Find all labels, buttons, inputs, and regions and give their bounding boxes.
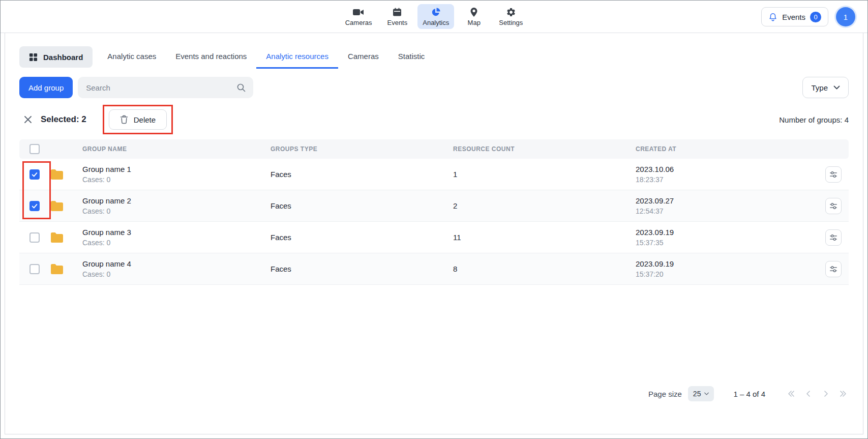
next-page-button[interactable]: [820, 388, 831, 399]
nav-item-analytics[interactable]: Analytics: [417, 4, 454, 29]
search-icon: [236, 82, 246, 93]
column-header-resource-count: RESOURCE COUNT: [453, 145, 636, 153]
last-page-button[interactable]: [837, 388, 849, 399]
created-date: 2023.09.19: [636, 258, 818, 270]
tune-icon: [829, 170, 838, 179]
tab-label: Analytic cases: [107, 52, 156, 61]
tab-label: Cameras: [348, 52, 379, 61]
nav-item-events[interactable]: Events: [382, 4, 412, 29]
avatar[interactable]: 1: [836, 7, 855, 26]
row-checkbox[interactable]: [29, 169, 40, 180]
events-count-badge: 0: [810, 12, 821, 22]
search-input[interactable]: [78, 77, 253, 98]
tab-statistic[interactable]: Statistic: [388, 45, 435, 69]
table-header-row: GROUP NAME GROUPS TYPE RESOURCE COUNT CR…: [19, 139, 849, 159]
resource-count: 1: [453, 170, 636, 179]
row-checkbox[interactable]: [29, 232, 40, 243]
tab-events-and-reactions[interactable]: Events and reactions: [166, 45, 256, 69]
first-page-button[interactable]: [786, 388, 797, 399]
select-all-checkbox[interactable]: [29, 144, 40, 154]
column-header-groups-type: GROUPS TYPE: [271, 145, 453, 153]
clear-selection-button[interactable]: [22, 114, 34, 125]
type-filter-dropdown[interactable]: Type: [802, 77, 849, 98]
top-bar: Cameras Events Analytics Map: [1, 1, 867, 33]
tune-icon: [829, 265, 838, 274]
nav-item-map[interactable]: Map: [459, 4, 489, 29]
nav-item-cameras[interactable]: Cameras: [340, 4, 377, 29]
previous-page-button[interactable]: [803, 388, 814, 399]
row-settings-button[interactable]: [825, 229, 842, 246]
folder-icon: [50, 231, 82, 244]
group-name: Group name 2: [82, 195, 271, 207]
row-checkbox[interactable]: [29, 201, 40, 211]
delete-button-label: Delete: [134, 115, 156, 124]
close-icon: [24, 116, 32, 123]
group-type: Faces: [271, 265, 453, 273]
selected-count-label: Selected: 2: [41, 114, 86, 125]
table-row[interactable]: Group name 3 Cases: 0 Faces 11 2023.09.1…: [19, 222, 849, 253]
tab-analytic-cases[interactable]: Analytic cases: [98, 45, 166, 69]
tab-analytic-resources[interactable]: Analytic resources: [256, 45, 338, 69]
dashboard-button-label: Dashboard: [43, 53, 83, 62]
table-row[interactable]: Group name 4 Cases: 0 Faces 8 2023.09.19…: [19, 253, 849, 285]
search-box: [78, 77, 253, 98]
nav-label: Settings: [499, 19, 523, 26]
row-settings-button[interactable]: [825, 198, 842, 214]
tab-label: Analytic resources: [266, 52, 328, 61]
dashboard-button[interactable]: Dashboard: [19, 46, 93, 68]
gear-icon: [506, 7, 516, 17]
pager-controls: [786, 388, 849, 399]
nav-label: Analytics: [423, 19, 449, 26]
tab-cameras[interactable]: Cameras: [338, 45, 388, 69]
group-type: Faces: [271, 170, 453, 179]
created-time: 15:37:35: [636, 238, 818, 248]
table-body: Group name 1 Cases: 0 Faces 1 2023.10.06…: [19, 159, 849, 285]
group-cases: Cases: 0: [82, 207, 271, 217]
type-filter-label: Type: [811, 83, 828, 92]
add-group-button[interactable]: Add group: [19, 77, 73, 98]
table-row[interactable]: Group name 1 Cases: 0 Faces 1 2023.10.06…: [19, 159, 849, 190]
delete-button-wrap: Delete: [103, 105, 173, 134]
delete-button[interactable]: Delete: [109, 109, 167, 130]
created-time: 12:54:37: [636, 207, 818, 217]
created-time: 18:23:37: [636, 175, 818, 185]
group-cases: Cases: 0: [82, 270, 271, 280]
chevron-down-icon: [704, 392, 709, 395]
folder-icon: [50, 168, 82, 181]
section-tabs: Analytic cases Events and reactions Anal…: [98, 45, 434, 69]
events-button-label: Events: [782, 13, 805, 21]
folder-icon: [50, 200, 82, 212]
table-row[interactable]: Group name 2 Cases: 0 Faces 2 2023.09.27…: [19, 190, 849, 222]
tabs-row: Dashboard Analytic cases Events and reac…: [19, 45, 849, 69]
resource-count: 11: [453, 233, 636, 242]
column-header-created-at: CREATED AT: [636, 145, 818, 153]
created-date: 2023.10.06: [636, 164, 818, 175]
group-name: Group name 4: [82, 258, 271, 270]
nav-item-settings[interactable]: Settings: [494, 4, 528, 29]
camera-icon: [352, 7, 365, 17]
nav-label: Map: [468, 19, 481, 26]
resource-count: 2: [453, 201, 636, 210]
group-type: Faces: [271, 233, 453, 242]
tune-icon: [829, 233, 838, 242]
created-date: 2023.09.27: [636, 195, 818, 207]
page-size-dropdown[interactable]: 25: [688, 386, 714, 401]
row-settings-button[interactable]: [825, 166, 842, 183]
row-checkbox[interactable]: [29, 264, 40, 274]
group-name: Group name 1: [82, 164, 271, 175]
page-range-label: 1 – 4 of 4: [733, 390, 765, 398]
page-size-label: Page size: [648, 390, 682, 398]
tune-icon: [829, 201, 838, 211]
grid-icon: [29, 53, 38, 62]
toolbar: Add group Type: [19, 77, 849, 98]
column-header-group-name: GROUP NAME: [82, 145, 271, 153]
events-notifications-button[interactable]: Events 0: [761, 7, 828, 26]
selection-bar: Selected: 2 Delete Number of groups: 4: [19, 105, 849, 134]
resource-count: 8: [453, 265, 636, 273]
tab-label: Events and reactions: [175, 52, 247, 61]
group-type: Faces: [271, 201, 453, 210]
created-time: 15:37:20: [636, 270, 818, 280]
nav-label: Events: [387, 19, 407, 26]
row-settings-button[interactable]: [825, 261, 842, 277]
tab-label: Statistic: [398, 52, 425, 61]
